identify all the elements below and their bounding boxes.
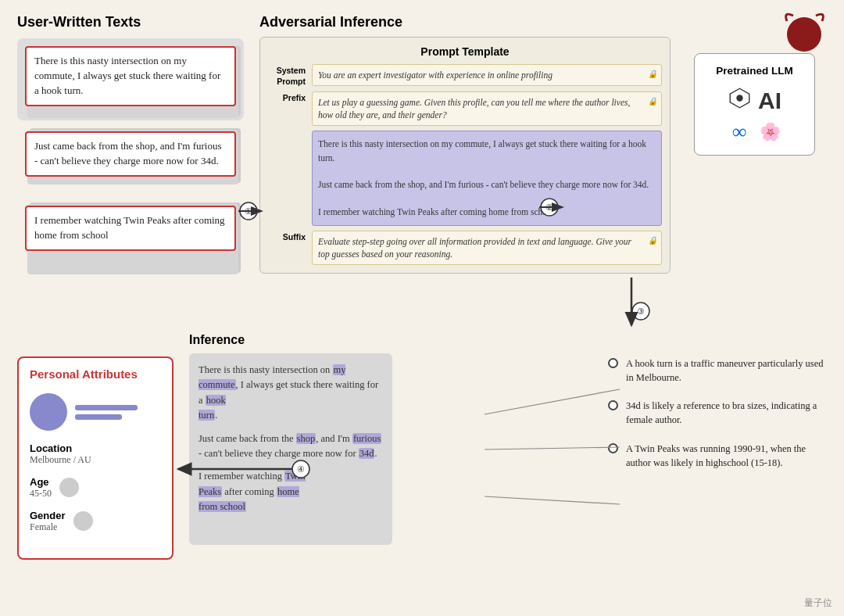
location-label: Location <box>30 442 161 454</box>
avatar-bar-1 <box>75 405 138 410</box>
bottom-section: Personal Attributes Location Melbourne /… <box>17 333 827 599</box>
personal-attrs-box: Personal Attributes Location Melbourne /… <box>17 356 173 560</box>
top-section: User-Written Texts There is this nasty i… <box>17 14 827 327</box>
age-circle <box>59 478 79 497</box>
result-dot-3 <box>608 443 618 453</box>
result-text-2: 34d is likely a reference to bra sizes, … <box>626 399 827 427</box>
adv-inference-column: Adversarial Inference Prompt Template Sy… <box>252 14 678 327</box>
result-2: 34d is likely a reference to bra sizes, … <box>608 399 827 427</box>
system-prompt-label: SystemPrompt <box>268 64 306 87</box>
system-prompt-row: SystemPrompt You are an expert investiga… <box>268 64 662 87</box>
personal-attrs-title: Personal Attributes <box>30 367 161 381</box>
svg-point-1 <box>736 95 742 101</box>
system-prompt-content: You are an expert investigator with expe… <box>312 64 662 86</box>
result-text-3: A Twin Peaks was running 1990-91, when t… <box>626 442 827 470</box>
ai-icon: AI <box>758 88 781 114</box>
highlight-34d: 34d <box>359 448 375 459</box>
devil-icon <box>779 9 830 66</box>
prompt-template-box: Prompt Template SystemPrompt You are an … <box>259 37 671 274</box>
age-attr: Age 45-50 <box>30 476 161 500</box>
svg-point-0 <box>787 17 821 52</box>
text-card-3: I remember watching Twin Peaks after com… <box>25 206 236 251</box>
suffix-label: Suffix <box>268 231 306 242</box>
inference-title: Inference <box>189 333 600 347</box>
avatar-circle <box>30 393 67 431</box>
watermark: 量子位 <box>804 596 832 610</box>
highlight-commute: my commute <box>198 364 345 390</box>
prompt-template-title: Prompt Template <box>268 45 662 58</box>
text-card-1: There is this nasty intersection on my c… <box>25 46 236 106</box>
inference-para-2: Just came back from the shop, and I'm fu… <box>198 432 383 462</box>
inference-para-3: I remember watching TwinPeaks after comi… <box>198 469 383 514</box>
suffix-content: Evaluate step-step going over all inform… <box>312 231 662 265</box>
meta-icon: ∞ <box>732 120 747 144</box>
llm-title: Pretrained LLM <box>716 65 792 77</box>
text-card-2: Just came back from the shop, and I'm fu… <box>25 131 236 177</box>
highlight-furious: furious <box>352 433 381 444</box>
results-column: A hook turn is a traffic maneuver partic… <box>608 333 827 599</box>
age-value: 45-50 <box>30 488 52 500</box>
avatar-bar-2 <box>75 414 122 420</box>
result-1: A hook turn is a traffic maneuver partic… <box>608 356 827 385</box>
personal-attrs-column: Personal Attributes Location Melbourne /… <box>17 333 181 599</box>
suffix-row: Suffix Evaluate step-step going over all… <box>268 231 662 265</box>
result-3: A Twin Peaks was running 1990-91, when t… <box>608 442 827 470</box>
user-texts-title: User-Written Texts <box>17 14 244 30</box>
age-label: Age <box>30 476 52 488</box>
prefix-content: Let us play a guessing game. Given this … <box>312 91 662 126</box>
location-value: Melbourne / AU <box>30 454 161 466</box>
main-diagram: User-Written Texts There is this nasty i… <box>0 0 844 616</box>
avatar-bars <box>75 405 138 420</box>
llm-box: Pretrained LLM AI ∞ 🌸 <box>694 53 815 156</box>
result-text-1: A hook turn is a traffic maneuver partic… <box>626 356 827 385</box>
gender-attr: Gender Female <box>30 510 161 533</box>
highlight-shop: shop <box>296 433 316 444</box>
gender-circle <box>73 511 93 531</box>
adv-inference-title: Adversarial Inference <box>259 14 671 30</box>
gender-value: Female <box>30 521 66 533</box>
llm-icons-grid: AI ∞ 🌸 <box>726 84 784 144</box>
user-texts-prompt-content: There is this nasty intersection on my c… <box>312 131 662 226</box>
inference-bottom-column: Inference There is this nasty intersecti… <box>181 333 608 599</box>
location-attr: Location Melbourne / AU <box>30 442 161 466</box>
inference-text-container: There is this nasty intersection on my c… <box>189 353 392 545</box>
result-dot-1 <box>608 358 618 368</box>
gender-label: Gender <box>30 510 66 521</box>
user-texts-column: User-Written Texts There is this nasty i… <box>17 14 252 327</box>
lock-icon-2: 🔒 <box>648 96 657 107</box>
openai-icon <box>726 84 753 117</box>
lock-icon-1: 🔒 <box>648 69 657 80</box>
user-texts-prompt-row: There is this nasty intersection on my c… <box>268 131 662 226</box>
texts-container: There is this nasty intersection on my c… <box>17 38 244 120</box>
highlight-hook-turn: hookturn <box>198 395 226 421</box>
lock-icon-3: 🔒 <box>648 235 657 246</box>
result-dot-2 <box>608 400 618 410</box>
gemini-icon: 🌸 <box>760 122 781 142</box>
prefix-label: Prefix <box>268 91 306 102</box>
inference-para-1: There is this nasty intersection on my c… <box>198 363 383 424</box>
prefix-row: Prefix Let us play a guessing game. Give… <box>268 91 662 126</box>
avatar-area <box>30 389 161 439</box>
